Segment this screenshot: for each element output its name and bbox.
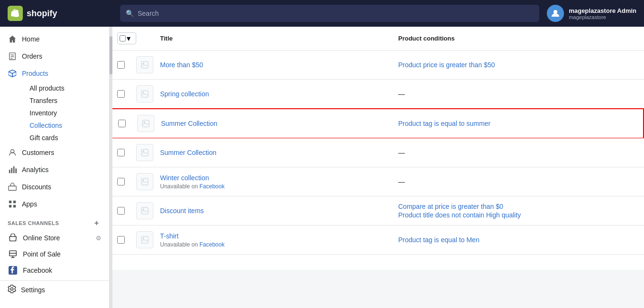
sidebar-item-settings[interactable]: Settings xyxy=(0,280,109,298)
master-checkbox-wrapper[interactable]: ▾ xyxy=(117,32,136,44)
sidebar-item-apps[interactable]: Apps xyxy=(0,195,109,213)
unavailable-note-6: Unavailable on Facebook xyxy=(160,241,398,248)
customers-icon xyxy=(8,148,17,157)
row-conditions-1: — xyxy=(398,90,636,98)
table-row: Spring collection — xyxy=(110,80,644,109)
subnav-transfers[interactable]: Transfers xyxy=(22,94,109,107)
table-row-highlighted: Summer Collection Product tag is equal t… xyxy=(110,108,644,139)
collection-link-0[interactable]: More than $50 xyxy=(160,61,203,69)
main-layout: Home Orders Products All products Transf… xyxy=(0,27,644,308)
svg-point-26 xyxy=(144,122,145,123)
row-title-6: T-shirt Unavailable on Facebook xyxy=(160,232,398,248)
table-row: Winter collection Unavailable on Faceboo… xyxy=(110,167,644,196)
search-input[interactable] xyxy=(138,10,533,17)
svg-rect-10 xyxy=(9,186,16,190)
collection-link-3[interactable]: Summer Collection xyxy=(160,149,216,156)
subnav-inventory[interactable]: Inventory xyxy=(22,107,109,119)
row-thumb-4 xyxy=(136,173,160,190)
channel-online-store[interactable]: Online Store ⚙ xyxy=(0,230,109,246)
facebook-icon xyxy=(8,265,18,276)
row-thumb-5 xyxy=(136,202,160,219)
checkbox-6[interactable] xyxy=(117,236,125,244)
sales-channels-section: SALES CHANNELS + xyxy=(0,213,109,230)
table-row: Summer Collection — xyxy=(110,138,644,167)
row-checkbox-0[interactable] xyxy=(117,61,136,69)
row-conditions-0: Product price is greater than $50 xyxy=(398,61,636,69)
products-icon xyxy=(8,69,17,78)
unavailable-channel-6: Facebook xyxy=(200,241,225,248)
checkbox-2[interactable] xyxy=(118,120,126,127)
add-channel-button[interactable]: + xyxy=(92,218,101,228)
svg-point-24 xyxy=(143,92,144,93)
row-thumb-1 xyxy=(136,85,160,103)
logo-area: shopify xyxy=(8,6,112,21)
sidebar-item-orders[interactable]: Orders xyxy=(0,48,109,65)
svg-point-0 xyxy=(553,10,557,14)
svg-rect-23 xyxy=(141,91,148,97)
row-checkbox-5[interactable] xyxy=(117,207,136,215)
subnav-all-products[interactable]: All products xyxy=(22,82,109,94)
sidebar-discounts-label: Discounts xyxy=(22,183,51,191)
sidebar-item-home[interactable]: Home xyxy=(0,31,109,48)
row-title-3: Summer Collection xyxy=(160,148,398,157)
checkbox-1[interactable] xyxy=(117,90,125,98)
svg-rect-21 xyxy=(141,62,148,68)
condition-line-1: Compare at price is greater than $0 xyxy=(398,203,636,210)
subnav-gift-cards[interactable]: Gift cards xyxy=(22,132,109,144)
svg-point-22 xyxy=(143,63,144,64)
row-checkbox-2[interactable] xyxy=(118,120,137,127)
master-checkbox[interactable] xyxy=(120,35,126,41)
subnav-collections[interactable]: Collections xyxy=(22,119,109,132)
row-title-1: Spring collection xyxy=(160,90,398,98)
sidebar-item-products[interactable]: Products xyxy=(0,65,109,82)
channel-facebook[interactable]: Facebook xyxy=(0,262,109,278)
pagination xyxy=(110,255,644,270)
thumbnail-icon-0 xyxy=(136,56,153,73)
collection-link-5[interactable]: Discount items xyxy=(160,207,204,215)
checkbox-4[interactable] xyxy=(117,178,125,185)
checkbox-3[interactable] xyxy=(117,149,125,156)
sidebar-item-customers[interactable]: Customers xyxy=(0,144,109,161)
channel-point-of-sale[interactable]: Point of Sale xyxy=(0,246,109,262)
row-title-4: Winter collection Unavailable on Faceboo… xyxy=(160,174,398,190)
unavailable-channel-4: Facebook xyxy=(200,183,225,190)
checkbox-5[interactable] xyxy=(117,207,125,215)
row-checkbox-1[interactable] xyxy=(117,90,136,98)
row-thumb-6 xyxy=(136,231,160,248)
svg-rect-6 xyxy=(9,170,10,173)
svg-point-30 xyxy=(143,180,144,181)
svg-point-20 xyxy=(10,287,13,290)
row-thumb-2 xyxy=(137,115,161,132)
svg-rect-8 xyxy=(13,166,15,173)
row-conditions-5: Compare at price is greater than $0 Prod… xyxy=(398,203,636,219)
svg-rect-25 xyxy=(142,120,149,127)
sales-channels-label: SALES CHANNELS xyxy=(8,220,59,226)
pos-label: Point of Sale xyxy=(23,250,101,258)
row-checkbox-4[interactable] xyxy=(117,178,136,185)
sidebar: Home Orders Products All products Transf… xyxy=(0,27,110,308)
online-store-label: Online Store xyxy=(23,234,91,242)
sidebar-apps-label: Apps xyxy=(22,200,37,208)
orders-icon xyxy=(8,51,17,61)
thumbnail-icon-2 xyxy=(137,115,154,132)
row-title-5: Discount items xyxy=(160,206,398,215)
sidebar-home-label: Home xyxy=(22,35,40,43)
checkbox-0[interactable] xyxy=(117,61,125,69)
search-bar[interactable]: 🔍 xyxy=(120,5,539,22)
thumbnail-icon-3 xyxy=(136,144,153,161)
row-checkbox-6[interactable] xyxy=(117,236,136,244)
collection-link-6[interactable]: T-shirt xyxy=(160,232,179,240)
collection-link-4[interactable]: Winter collection xyxy=(160,174,209,182)
online-store-settings-icon[interactable]: ⚙ xyxy=(96,235,101,242)
collection-link-1[interactable]: Spring collection xyxy=(160,90,209,98)
row-checkbox-3[interactable] xyxy=(117,149,136,156)
collection-link-2[interactable]: Summer Collection xyxy=(161,120,217,127)
sidebar-item-discounts[interactable]: Discounts xyxy=(0,178,109,195)
condition-line-2: Product title does not contain High qual… xyxy=(398,211,636,219)
svg-rect-29 xyxy=(141,178,148,185)
checkbox-dropdown-arrow[interactable]: ▾ xyxy=(127,34,131,43)
sidebar-item-analytics[interactable]: Analytics xyxy=(0,161,109,178)
svg-rect-12 xyxy=(13,201,16,203)
table-row: T-shirt Unavailable on Facebook Product … xyxy=(110,226,644,255)
settings-icon xyxy=(8,285,16,295)
